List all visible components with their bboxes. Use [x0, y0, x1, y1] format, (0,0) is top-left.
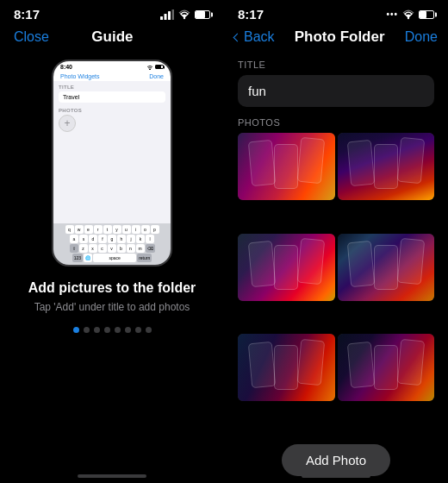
kb-m: m — [136, 244, 145, 253]
mockup-title-label: TITLE — [59, 85, 165, 90]
instructions-subtitle: Tap 'Add' under title to add photos — [28, 301, 196, 313]
mockup-title-input: Travel — [59, 91, 165, 103]
photo-image-3 — [238, 234, 335, 301]
mockup-content: TITLE Travel PHOTOS + — [53, 81, 171, 223]
kb-p: p — [151, 225, 159, 234]
mockup-status-bar: 8:40 — [53, 61, 171, 72]
kb-t: t — [103, 225, 112, 234]
done-button[interactable]: Done — [405, 29, 438, 45]
mockup-keyboard: q w e r t y u i o p a s d f g h j k l — [53, 223, 171, 265]
phone-shape-right-2 — [396, 137, 424, 184]
left-time: 8:17 — [14, 7, 40, 22]
iphone-mockup: 8:40 Photo Widgets Done TITLE Travel PHO… — [52, 60, 172, 267]
signal-icon — [160, 9, 174, 20]
phone-shape-right-1 — [297, 137, 325, 184]
kb-j: j — [127, 235, 135, 243]
left-status-bar: 8:17 — [0, 0, 224, 25]
right-panel: 8:17 ••• Back Photo Folder Done TITLE fu… — [224, 0, 448, 483]
title-section-label: TITLE — [238, 60, 434, 70]
phone-shape-left-4 — [347, 241, 375, 287]
guide-title: Guide — [91, 28, 133, 46]
kb-g: g — [108, 235, 116, 243]
phone-shape-left-3 — [247, 241, 275, 287]
dot-3[interactable] — [94, 327, 100, 333]
dot-6[interactable] — [125, 327, 131, 333]
left-status-icons — [160, 9, 210, 20]
photo-cell-1[interactable] — [238, 133, 335, 200]
kb-space: space — [93, 254, 136, 262]
phone-shape-center-1 — [274, 144, 298, 189]
dot-7[interactable] — [135, 327, 141, 333]
phone-shape-right-4 — [396, 238, 424, 285]
svg-point-5 — [149, 68, 151, 70]
kb-o: o — [141, 225, 150, 234]
home-indicator-left — [78, 474, 146, 478]
photo-cell-2[interactable] — [338, 133, 435, 200]
kb-delete: ⌫ — [146, 244, 155, 253]
kb-w: w — [75, 225, 84, 234]
kb-u: u — [122, 225, 131, 234]
photos-grid — [224, 133, 448, 432]
back-button[interactable]: Back — [234, 29, 275, 45]
dot-5[interactable] — [115, 327, 121, 333]
title-section: TITLE fun PHOTOS — [224, 53, 448, 133]
photo-cell-3[interactable] — [238, 234, 335, 301]
photo-cell-4[interactable] — [338, 234, 435, 301]
instructions: Add pictures to the folder Tap 'Add' und… — [11, 280, 214, 313]
phone-shape-center-5 — [274, 345, 298, 390]
kb-q: q — [65, 225, 74, 234]
photo-image-1 — [238, 133, 335, 200]
add-photo-button[interactable]: Add Photo — [282, 444, 390, 476]
kb-x: x — [89, 244, 97, 253]
page-dots — [73, 327, 152, 333]
left-nav: Close Guide — [0, 25, 224, 53]
photos-section-label: PHOTOS — [238, 117, 434, 128]
kb-shift: ⇧ — [70, 244, 78, 253]
wifi-icon — [177, 9, 191, 20]
right-battery-icon — [419, 10, 434, 19]
photo-image-6 — [338, 334, 435, 401]
mockup-wifi-icon — [146, 65, 153, 70]
kb-f: f — [98, 235, 107, 243]
kb-r: r — [94, 225, 103, 234]
phone-shape-center-6 — [374, 345, 398, 390]
dot-2[interactable] — [84, 327, 90, 333]
right-status-icons: ••• — [386, 9, 434, 20]
close-button[interactable]: Close — [14, 29, 49, 45]
kb-d: d — [89, 235, 97, 243]
phone-shape-left-1 — [247, 140, 275, 186]
kb-z: z — [79, 244, 88, 253]
kb-h: h — [117, 235, 126, 243]
dot-8[interactable] — [146, 327, 152, 333]
mockup-done-label: Done — [149, 73, 164, 79]
kb-i: i — [132, 225, 140, 234]
photo-image-4 — [338, 234, 435, 301]
phone-shape-center-2 — [374, 144, 398, 189]
mockup-time: 8:40 — [60, 64, 72, 70]
photo-cell-5[interactable] — [238, 334, 335, 401]
kb-y: y — [113, 225, 121, 234]
title-input[interactable]: fun — [238, 75, 434, 107]
battery-icon — [195, 10, 210, 19]
photo-image-2 — [338, 133, 435, 200]
left-panel: 8:17 Close Guide 8:40 — [0, 0, 224, 483]
kb-s: s — [79, 235, 88, 243]
kb-n: n — [127, 244, 135, 253]
kb-k: k — [136, 235, 145, 243]
svg-rect-2 — [168, 11, 171, 20]
mockup-add-button: + — [59, 115, 76, 132]
signal-dots-icon: ••• — [386, 9, 398, 19]
mockup-nav: Photo Widgets Done — [53, 72, 171, 81]
mockup-back-label: Photo Widgets — [60, 73, 100, 79]
kb-c: c — [98, 244, 107, 253]
phone-shape-left-2 — [347, 140, 375, 186]
photo-cell-6[interactable] — [338, 334, 435, 401]
kb-b: b — [117, 244, 126, 253]
dot-1[interactable] — [73, 327, 79, 333]
instructions-title: Add pictures to the folder — [28, 280, 196, 296]
photo-image-5 — [238, 334, 335, 401]
svg-point-4 — [184, 16, 185, 18]
kb-return: return — [137, 254, 152, 262]
mockup-photos-row: + — [59, 115, 165, 132]
dot-4[interactable] — [104, 327, 110, 333]
